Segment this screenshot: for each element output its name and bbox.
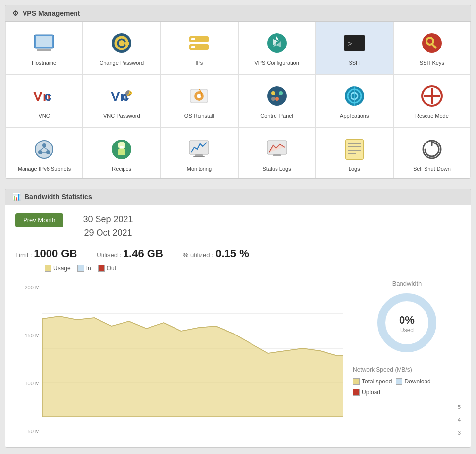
vps-item-status-logs[interactable]: Status Logs [238, 128, 316, 178]
vps-item-self-shut-down[interactable]: Self Shut Down [393, 128, 471, 178]
svg-point-30 [279, 91, 283, 95]
change-password-icon [108, 30, 135, 56]
svg-point-41 [35, 141, 53, 158]
vps-item-ips[interactable]: IPs [160, 22, 238, 74]
status-logs-label: Status Logs [263, 166, 291, 172]
ips-label: IPs [195, 59, 203, 66]
svg-rect-50 [118, 149, 125, 155]
rescue-mode-icon [419, 83, 445, 109]
network-speed-legend: Total speedDownloadUpload [353, 378, 461, 396]
svg-point-28 [267, 86, 287, 106]
vps-grid-wrapper: HostnameChange PasswordIPsVPS Configurat… [5, 22, 471, 178]
legend-swatch [45, 265, 51, 272]
os-reinstall-label: OS Reinstall [184, 112, 214, 119]
vps-configuration-icon [264, 30, 290, 56]
bandwidth-legend: UsageInOut [45, 265, 461, 272]
donut-used-label: Used [399, 327, 415, 334]
vps-item-vnc-password[interactable]: Vnc🔑VNC Password [83, 74, 160, 127]
vps-item-os-reinstall[interactable]: OS Reinstall [160, 74, 238, 127]
svg-rect-56 [273, 154, 281, 156]
vps-item-monitoring[interactable]: Monitoring [160, 128, 238, 178]
legend-label: In [86, 265, 91, 272]
legend-swatch [77, 265, 84, 272]
limit-stat: Limit : 1000 GB [15, 247, 77, 260]
vps-item-applications[interactable]: Applications [316, 74, 393, 127]
ssh-label: SSH [349, 59, 360, 66]
network-speed-section: Network Speed (MB/s) Total speedDownload… [353, 366, 461, 439]
ssh-keys-label: SSH Keys [420, 59, 444, 66]
monitoring-icon [186, 136, 212, 163]
hostname-label: Hostname [32, 59, 56, 66]
status-logs-icon [264, 136, 290, 163]
os-reinstall-icon [186, 83, 212, 109]
netspeed-label: Total speed [362, 378, 392, 385]
netspeed-swatch [353, 378, 360, 385]
svg-rect-53 [195, 154, 203, 156]
manage-ipv6-icon [31, 136, 57, 163]
percent-label: % utilized : [183, 251, 214, 259]
svg-rect-10 [191, 38, 195, 40]
control-panel-icon [264, 83, 290, 109]
y-label: 150 M [15, 333, 40, 338]
prev-month-button[interactable]: Prev Month [15, 213, 63, 227]
svg-marker-69 [42, 316, 343, 417]
donut-chart: 0% Used [375, 291, 439, 357]
legend-swatch [98, 265, 105, 272]
bandwidth-main: 200 M150 M100 M50 M [15, 280, 461, 439]
recipes-icon [108, 136, 135, 163]
bandwidth-panel: 📊 Bandwidth Statistics Prev Month 30 Sep… [5, 189, 471, 448]
svg-rect-52 [189, 141, 209, 154]
legend-label: Out [107, 265, 116, 272]
ips-icon [186, 30, 212, 56]
y-label: 100 M [15, 381, 40, 386]
netspeed-swatch [353, 389, 360, 396]
chart-svg [42, 280, 343, 417]
date-range: 30 Sep 2021 29 Oct 2021 [83, 213, 133, 239]
svg-point-5 [119, 40, 125, 46]
netspeed-legend-item: Upload [353, 389, 380, 396]
limit-label: Limit : [15, 251, 32, 259]
bandwidth-title: Bandwidth Statistics [25, 193, 92, 201]
vps-item-hostname[interactable]: Hostname [5, 22, 83, 74]
applications-icon [341, 83, 368, 109]
vps-item-vps-configuration[interactable]: VPS Configuration [238, 22, 316, 74]
netspeed-label: Upload [362, 389, 380, 396]
vps-item-ssh-keys[interactable]: SSH Keys [393, 22, 471, 74]
date-end: 29 Oct 2021 [83, 226, 133, 239]
self-shut-down-label: Self Shut Down [413, 166, 451, 172]
svg-rect-7 [127, 41, 128, 43]
bandwidth-top: Prev Month 30 Sep 2021 29 Oct 2021 [15, 213, 461, 239]
vps-management-title: VPS Management [23, 9, 80, 17]
date-start: 30 Sep 2021 [83, 213, 133, 226]
vnc-password-icon: Vnc🔑 [108, 83, 135, 109]
percent-stat: % utilized : 0.15 % [183, 247, 249, 260]
gear-icon: ⚙ [12, 9, 19, 17]
chart-icon: 📊 [12, 193, 21, 201]
utilised-label: Utilised : [97, 251, 121, 259]
vps-item-change-password[interactable]: Change Password [83, 22, 160, 74]
network-speed-title: Network Speed (MB/s) [353, 366, 461, 373]
rescue-mode-label: Rescue Mode [415, 112, 449, 119]
monitoring-label: Monitoring [187, 166, 212, 172]
legend-item: Usage [45, 265, 71, 272]
vps-item-vnc[interactable]: VncVNC [5, 74, 83, 127]
vps-item-control-panel[interactable]: Control Panel [238, 74, 316, 127]
logs-icon [341, 136, 368, 163]
vps-item-recipes[interactable]: Recipes [83, 128, 160, 178]
svg-rect-2 [36, 36, 52, 47]
area-chart [42, 280, 343, 417]
netspeed-y-label: 4 [353, 413, 461, 426]
vps-management-grid: HostnameChange PasswordIPsVPS Configurat… [5, 22, 471, 178]
donut-percent: 0% [399, 314, 415, 327]
applications-label: Applications [340, 112, 369, 119]
ssh-icon: >_ [341, 30, 368, 56]
svg-point-31 [275, 97, 279, 101]
svg-point-42 [42, 143, 46, 147]
control-panel-label: Control Panel [260, 112, 293, 119]
vps-item-ssh[interactable]: >_SSH [316, 22, 393, 74]
legend-item: Out [98, 265, 116, 272]
vps-item-rescue-mode[interactable]: Rescue Mode [393, 74, 471, 127]
bandwidth-header: 📊 Bandwidth Statistics [5, 189, 471, 205]
vps-item-logs[interactable]: Logs [316, 128, 393, 178]
vps-item-manage-ipv6[interactable]: Manage IPv6 Subnets [5, 128, 83, 178]
